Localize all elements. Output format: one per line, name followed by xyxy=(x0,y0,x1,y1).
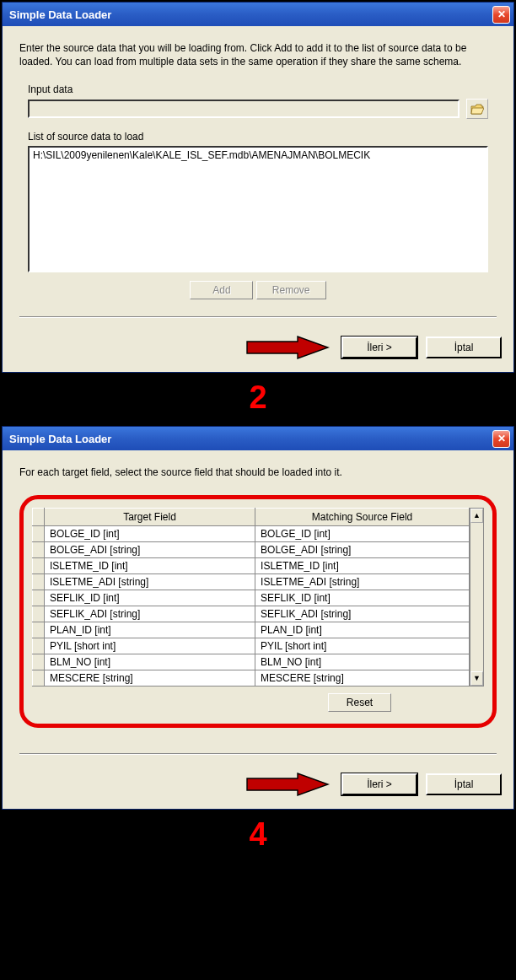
source-field-cell[interactable]: SEFLIK_ID [int] xyxy=(255,590,470,606)
corner-cell xyxy=(33,508,45,525)
next-button[interactable]: İleri > xyxy=(341,773,417,795)
wizard-footer: İleri > İptal xyxy=(3,335,513,372)
vertical-scrollbar[interactable]: ▲ ▼ xyxy=(470,508,484,687)
field-mapping-area: Target Field Matching Source Field BOLGE… xyxy=(32,508,484,687)
source-list-label: List of source data to load xyxy=(28,131,497,143)
dialog-step4: Simple Data Loader ✕ For each target fie… xyxy=(2,426,514,809)
source-field-cell[interactable]: ISLETME_ID [int] xyxy=(255,557,470,573)
row-selector[interactable] xyxy=(33,622,45,638)
folder-open-icon xyxy=(470,104,484,115)
target-field-cell: SEFLIK_ADI [string] xyxy=(45,606,255,622)
close-icon: ✕ xyxy=(497,433,506,444)
row-selector[interactable] xyxy=(33,606,45,622)
wizard-footer: İleri > İptal xyxy=(3,772,513,809)
separator xyxy=(19,316,497,318)
close-button[interactable]: ✕ xyxy=(492,430,510,448)
target-field-cell: PYIL [short int] xyxy=(45,638,255,654)
source-list-item[interactable]: H:\SIL\2009yenilenen\Kale\KALE_ISL_SEF.m… xyxy=(33,149,483,161)
reset-button[interactable]: Reset xyxy=(328,693,391,712)
browse-button[interactable] xyxy=(466,99,488,119)
table-row[interactable]: ISLETME_ADI [string]ISLETME_ADI [string] xyxy=(33,573,470,590)
remove-button: Remove xyxy=(256,281,326,299)
target-field-cell: BOLGE_ADI [string] xyxy=(45,541,255,557)
table-row[interactable]: BOLGE_ID [int]BOLGE_ID [int] xyxy=(33,525,470,541)
target-field-cell: SEFLIK_ID [int] xyxy=(45,590,255,606)
step-number-2: 2 xyxy=(0,374,516,424)
row-selector[interactable] xyxy=(33,573,45,590)
instruction-text: For each target field, select the source… xyxy=(19,466,497,479)
table-row[interactable]: ISLETME_ID [int]ISLETME_ID [int] xyxy=(33,557,470,573)
row-selector[interactable] xyxy=(33,557,45,573)
target-field-header: Target Field xyxy=(45,508,255,525)
source-list[interactable]: H:\SIL\2009yenilenen\Kale\KALE_ISL_SEF.m… xyxy=(28,146,488,272)
input-data-label: Input data xyxy=(28,83,497,95)
window-title: Simple Data Loader xyxy=(9,8,111,21)
separator xyxy=(19,753,497,755)
source-field-cell[interactable]: BLM_NO [int] xyxy=(255,654,470,670)
row-selector[interactable] xyxy=(33,590,45,606)
source-field-cell[interactable]: PYIL [short int] xyxy=(255,638,470,654)
scroll-down-icon[interactable]: ▼ xyxy=(470,671,483,686)
row-selector[interactable] xyxy=(33,525,45,541)
row-selector[interactable] xyxy=(33,541,45,557)
table-row[interactable]: BOLGE_ADI [string]BOLGE_ADI [string] xyxy=(33,541,470,557)
next-button[interactable]: İleri > xyxy=(341,337,417,358)
field-mapping-highlight: Target Field Matching Source Field BOLGE… xyxy=(19,495,497,728)
source-field-cell[interactable]: BOLGE_ID [int] xyxy=(255,525,470,541)
red-arrow-icon xyxy=(245,335,330,360)
reset-row: Reset xyxy=(32,693,484,712)
row-selector[interactable] xyxy=(33,638,45,654)
window-title: Simple Data Loader xyxy=(9,433,111,445)
row-selector[interactable] xyxy=(33,654,45,670)
row-selector[interactable] xyxy=(33,670,45,686)
table-row[interactable]: MESCERE [string]MESCERE [string] xyxy=(33,670,470,686)
titlebar[interactable]: Simple Data Loader ✕ xyxy=(3,3,513,26)
target-field-cell: ISLETME_ADI [string] xyxy=(45,573,255,590)
red-arrow-icon xyxy=(245,772,330,797)
titlebar[interactable]: Simple Data Loader ✕ xyxy=(3,427,513,450)
add-button: Add xyxy=(190,281,253,299)
input-data-row xyxy=(28,99,488,119)
source-field-cell[interactable]: BOLGE_ADI [string] xyxy=(255,541,470,557)
source-field-header: Matching Source Field xyxy=(255,508,470,525)
field-mapping-table[interactable]: Target Field Matching Source Field BOLGE… xyxy=(32,508,470,687)
instruction-text: Enter the source data that you will be l… xyxy=(19,41,497,68)
close-icon: ✕ xyxy=(497,8,506,20)
cancel-button[interactable]: İptal xyxy=(426,773,502,795)
table-row[interactable]: BLM_NO [int]BLM_NO [int] xyxy=(33,654,470,670)
input-data-field[interactable] xyxy=(28,100,460,118)
target-field-cell: PLAN_ID [int] xyxy=(45,622,255,638)
source-field-cell[interactable]: ISLETME_ADI [string] xyxy=(255,573,470,590)
dialog-body: For each target field, select the source… xyxy=(3,450,513,771)
close-button[interactable]: ✕ xyxy=(492,6,510,24)
target-field-cell: MESCERE [string] xyxy=(45,670,255,686)
table-row[interactable]: SEFLIK_ADI [string]SEFLIK_ADI [string] xyxy=(33,606,470,622)
target-field-cell: BLM_NO [int] xyxy=(45,654,255,670)
source-field-cell[interactable]: MESCERE [string] xyxy=(255,670,470,686)
add-remove-row: Add Remove xyxy=(19,281,497,299)
source-field-cell[interactable]: SEFLIK_ADI [string] xyxy=(255,606,470,622)
source-field-cell[interactable]: PLAN_ID [int] xyxy=(255,622,470,638)
scroll-up-icon[interactable]: ▲ xyxy=(470,509,483,523)
step-number-4: 4 xyxy=(0,811,516,861)
dialog-body: Enter the source data that you will be l… xyxy=(3,26,513,335)
cancel-button[interactable]: İptal xyxy=(426,337,502,358)
target-field-cell: BOLGE_ID [int] xyxy=(45,525,255,541)
table-row[interactable]: PYIL [short int]PYIL [short int] xyxy=(33,638,470,654)
dialog-step2: Simple Data Loader ✕ Enter the source da… xyxy=(2,2,514,373)
table-row[interactable]: SEFLIK_ID [int]SEFLIK_ID [int] xyxy=(33,590,470,606)
target-field-cell: ISLETME_ID [int] xyxy=(45,557,255,573)
table-row[interactable]: PLAN_ID [int]PLAN_ID [int] xyxy=(33,622,470,638)
